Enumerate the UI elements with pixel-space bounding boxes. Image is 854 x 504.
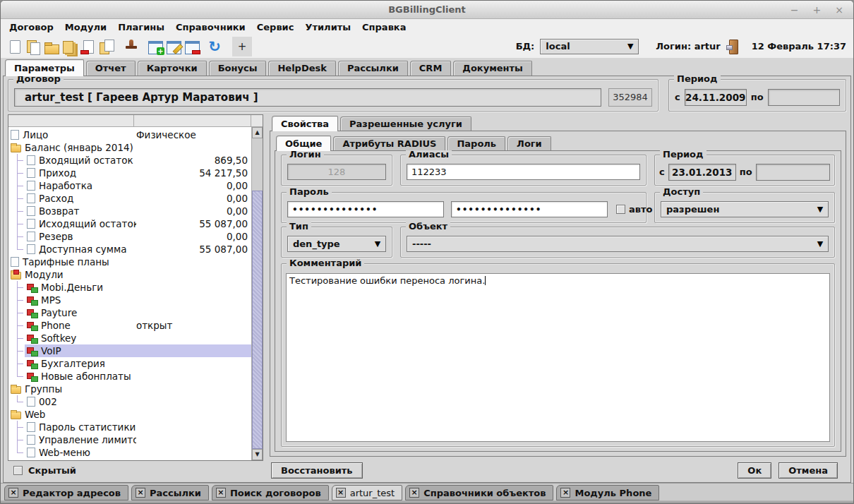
tree-row[interactable]: Web	[8, 408, 263, 421]
copy-document-icon[interactable]	[25, 38, 42, 55]
remove-document-icon[interactable]	[80, 38, 97, 55]
access-select[interactable]: разрешен▼	[661, 201, 829, 217]
menu-item[interactable]: Плагины	[112, 22, 170, 32]
scrollbar-track[interactable]	[252, 138, 263, 449]
tree-row[interactable]: Бухгалтерия	[8, 357, 263, 370]
open-folder-icon[interactable]	[43, 38, 60, 55]
main-tab[interactable]: Документы	[453, 61, 532, 76]
menu-item[interactable]: Справка	[356, 22, 411, 32]
refresh-icon[interactable]: ↻	[206, 38, 223, 55]
add-tab-button[interactable]: +	[232, 37, 252, 56]
password-field-1[interactable]: ••••••••••••••	[287, 201, 444, 217]
workspace-tab[interactable]: × Редактор адресов	[4, 485, 128, 500]
tree-row[interactable]: Модули	[8, 268, 263, 281]
type-select[interactable]: den_type▼	[287, 236, 386, 252]
tree-row[interactable]: Резерв 0,00	[8, 230, 263, 243]
main-tab[interactable]: Параметры	[5, 59, 84, 76]
close-tab-icon[interactable]: ×	[216, 488, 226, 498]
stamp-icon[interactable]	[123, 38, 140, 55]
period-to-field[interactable]	[756, 164, 830, 181]
tree-row[interactable]: Лицо Физическое	[8, 128, 263, 141]
scrollbar-thumb[interactable]	[252, 191, 263, 449]
tree-row[interactable]: 002	[8, 395, 263, 408]
window-add-icon[interactable]	[148, 38, 164, 55]
auto-checkbox[interactable]	[616, 205, 625, 214]
tree-row[interactable]: Расход 0,00	[8, 192, 263, 205]
close-button[interactable]: ×	[835, 4, 843, 16]
hidden-checkbox[interactable]	[13, 466, 23, 475]
menu-item[interactable]: Модули	[59, 22, 112, 32]
tree-row[interactable]: Новые абонплаты	[8, 370, 263, 383]
right-tab[interactable]: Свойства	[272, 116, 338, 131]
tree-row[interactable]: Наработка 0,00	[8, 179, 263, 192]
restore-button[interactable]: Восстановить	[271, 462, 363, 479]
menu-item[interactable]: Договор	[4, 22, 59, 32]
close-tab-icon[interactable]: ×	[560, 488, 570, 498]
inner-tab[interactable]: Пароль	[447, 136, 505, 150]
workspace-tab[interactable]: × artur_test	[332, 485, 402, 500]
comment-textarea[interactable]: Тестирование ошибки переноса логина.	[286, 273, 830, 442]
close-tab-icon[interactable]: ×	[409, 488, 419, 498]
workspace-tab[interactable]: × Рассылки	[131, 485, 209, 500]
scroll-up-icon[interactable]: ▲	[252, 127, 263, 138]
inner-tab[interactable]: Логи	[507, 136, 551, 150]
transfer-documents-icon[interactable]	[98, 38, 115, 55]
workspace-tab[interactable]: × Модуль Phone	[556, 485, 659, 500]
tree-row[interactable]	[8, 459, 263, 460]
window-edit-icon[interactable]	[166, 38, 183, 55]
ok-button[interactable]: Ок	[738, 462, 771, 479]
contract-period-to-field[interactable]	[768, 89, 840, 106]
maximize-button[interactable]: +	[813, 4, 822, 16]
tree-row[interactable]: Softkey	[8, 332, 263, 344]
tree-row[interactable]: Тарифные планы	[8, 256, 263, 268]
menu-item[interactable]: Справочники	[170, 22, 251, 32]
db-select[interactable]: local▼	[540, 39, 639, 54]
workspace-tab[interactable]: × Поиск договоров	[212, 485, 329, 500]
menu-item[interactable]: Утилиты	[299, 22, 356, 32]
contract-title-field[interactable]: artur_test [ Гареев Артур Маратович ]	[14, 88, 601, 107]
close-tab-icon[interactable]: ×	[336, 488, 346, 498]
main-tab[interactable]: Карточки	[138, 61, 207, 76]
workspace-tab[interactable]: × Справочники объектов	[405, 485, 553, 500]
alias-field[interactable]: 112233	[407, 164, 640, 180]
object-select[interactable]: -----▼	[407, 236, 829, 252]
right-tab[interactable]: Разрешенные услуги	[340, 116, 471, 131]
tree-header-col2[interactable]	[134, 115, 251, 127]
contract-id-field[interactable]: 352984	[608, 88, 652, 107]
close-tab-icon[interactable]: ×	[8, 488, 18, 498]
tree-scrollbar[interactable]: ▲ ▼	[251, 127, 263, 460]
tree-row[interactable]: Доступная сумма 55 087,00	[8, 243, 263, 256]
close-tab-icon[interactable]: ×	[136, 488, 145, 498]
main-tab[interactable]: Рассылки	[338, 61, 408, 76]
tree-row[interactable]: Payture	[8, 306, 263, 319]
new-document-icon[interactable]	[6, 38, 23, 55]
main-tab[interactable]: HelpDesk	[268, 61, 335, 76]
tree-row[interactable]: Пароль статистики	[8, 421, 263, 433]
window-remove-icon[interactable]	[184, 38, 201, 55]
tree-row[interactable]: Баланс (январь 2014)	[8, 141, 263, 154]
inner-tab[interactable]: Атрибуты RADIUS	[333, 136, 445, 150]
tree-row[interactable]: Приход 54 217,50	[8, 167, 263, 179]
scroll-down-icon[interactable]: ▼	[252, 449, 263, 460]
logout-door-icon[interactable]	[726, 40, 738, 53]
contract-period-from-field[interactable]: 24.11.2009	[685, 89, 747, 106]
tree-row[interactable]: Web-меню	[8, 446, 263, 459]
tree-row[interactable]: Phone открыт	[8, 319, 263, 332]
tree-row[interactable]: MPS	[8, 294, 263, 306]
tree-row[interactable]: Группы	[8, 383, 263, 395]
panel-splitter[interactable]	[263, 114, 270, 479]
main-tab[interactable]: Отчет	[86, 61, 136, 76]
password-field-2[interactable]: ••••••••••••••	[451, 201, 608, 217]
menu-item[interactable]: Сервис	[251, 22, 300, 32]
main-tab[interactable]: Бонусы	[209, 61, 267, 76]
period-from-field[interactable]: 23.01.2013	[668, 164, 736, 181]
tree-row[interactable]: Mobi.Деньги	[8, 281, 263, 294]
documents-stack-icon[interactable]	[61, 38, 78, 55]
tree-row[interactable]: Исходящий остаток 55 087,00	[8, 217, 263, 230]
tree-header-col1[interactable]	[8, 115, 134, 127]
main-tab[interactable]: CRM	[410, 61, 452, 76]
title-bar[interactable]: BGBillingClient − + ×	[1, 1, 853, 19]
minimize-button[interactable]: −	[790, 4, 799, 16]
tree-row[interactable]: Управление лимито	[8, 433, 263, 446]
tree-row[interactable]: Входящий остаток 869,50	[8, 154, 263, 167]
